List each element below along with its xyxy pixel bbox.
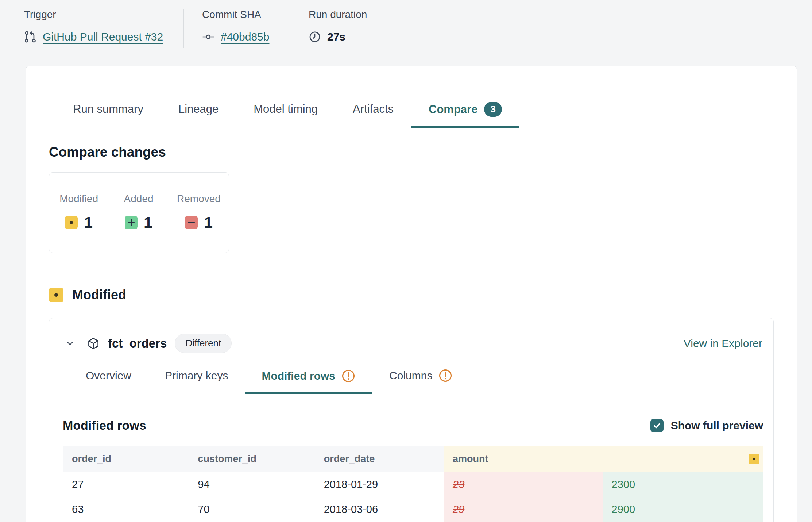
checkmark-icon	[653, 421, 661, 430]
tab-compare[interactable]: Compare 3	[411, 92, 519, 128]
package-cube-icon	[87, 337, 100, 350]
modified-dot-square-icon	[65, 216, 78, 229]
stat-modified: Modified 1	[57, 193, 100, 231]
run-tabs: Run summary Lineage Model timing Artifac…	[49, 66, 774, 128]
commit-link[interactable]: #40bd85b	[221, 31, 269, 43]
tab-columns[interactable]: Columns	[372, 359, 469, 394]
tab-overview[interactable]: Overview	[69, 359, 148, 394]
modified-section-title: Modified	[72, 287, 126, 303]
panel-title: Modified rows	[63, 418, 650, 433]
table-row: 27 94 2018-01-29 23 2300	[63, 472, 763, 497]
tab-modified-rows[interactable]: Modified rows	[245, 359, 372, 394]
status-badge: Different	[175, 334, 232, 353]
git-pull-request-icon	[24, 31, 36, 43]
commit-section: Commit SHA #40bd85b	[184, 9, 291, 53]
run-detail-card: Run summary Lineage Model timing Artifac…	[26, 66, 797, 522]
alert-circle-icon	[341, 369, 356, 383]
page-title: Compare changes	[49, 145, 774, 160]
trigger-label: Trigger	[24, 9, 183, 20]
cell-order-date: 2018-01-29	[315, 472, 444, 497]
column-header-order-id: order_id	[63, 446, 189, 472]
clock-icon	[309, 31, 321, 43]
compare-summary-card: Modified 1 Added 1 Removed 1	[49, 172, 229, 253]
table-header-row: order_id customer_id order_date amount	[63, 446, 763, 472]
stat-modified-value: 1	[84, 214, 93, 231]
cell-amount-new: 2900	[603, 497, 763, 522]
cell-amount-old: 29	[444, 497, 602, 522]
added-plus-square-icon	[125, 216, 138, 229]
compare-count-badge: 3	[484, 102, 502, 117]
column-header-amount: amount	[444, 446, 763, 472]
alert-circle-icon	[438, 368, 453, 383]
view-in-explorer-link[interactable]: View in Explorer	[684, 337, 762, 350]
commit-label: Commit SHA	[202, 9, 291, 20]
column-header-order-date: order_date	[315, 446, 444, 472]
model-diff-card: fct_orders Different View in Explorer Ov…	[49, 318, 774, 522]
stat-modified-label: Modified	[57, 193, 100, 205]
checkbox-checked[interactable]	[650, 419, 664, 432]
stat-removed-label: Removed	[177, 193, 221, 205]
stat-added-label: Added	[117, 193, 160, 205]
duration-section: Run duration 27s	[291, 9, 367, 53]
run-meta-header: Trigger GitHub Pull Request #32 Commit S…	[0, 0, 812, 53]
trigger-link[interactable]: GitHub Pull Request #32	[43, 31, 163, 43]
cell-amount-new: 2300	[603, 472, 763, 497]
stat-added-value: 1	[144, 214, 152, 231]
chevron-down-icon	[65, 339, 75, 348]
modified-dot-square-icon	[49, 288, 63, 302]
tab-run-summary[interactable]: Run summary	[55, 92, 161, 128]
model-tabs: Overview Primary keys Modified rows Colu…	[49, 359, 773, 394]
stat-removed-value: 1	[204, 214, 213, 231]
trigger-section: Trigger GitHub Pull Request #32	[24, 9, 183, 53]
cell-order-id: 63	[63, 497, 189, 522]
modified-rows-table: order_id customer_id order_date amount	[63, 446, 763, 522]
modified-section-header: Modified	[49, 287, 774, 303]
table-row: 63 70 2018-03-06 29 2900	[63, 497, 763, 522]
cell-order-id: 27	[63, 472, 189, 497]
removed-minus-square-icon	[185, 216, 198, 229]
cell-customer-id: 94	[189, 472, 314, 497]
cell-customer-id: 70	[189, 497, 314, 522]
show-full-preview-toggle[interactable]: Show full preview	[650, 419, 763, 432]
cell-amount-old: 23	[444, 472, 602, 497]
tab-model-timing[interactable]: Model timing	[236, 92, 335, 128]
duration-value: 27s	[327, 31, 345, 43]
duration-label: Run duration	[309, 9, 367, 20]
stat-removed: Removed 1	[177, 193, 221, 231]
cell-order-date: 2018-03-06	[315, 497, 444, 522]
modified-rows-panel: Modified rows Show full preview order_id…	[49, 418, 773, 522]
column-header-customer-id: customer_id	[189, 446, 314, 472]
stat-added: Added 1	[117, 193, 160, 231]
collapse-toggle-button[interactable]	[63, 336, 77, 351]
show-full-preview-label: Show full preview	[671, 419, 763, 432]
tab-artifacts[interactable]: Artifacts	[335, 92, 411, 128]
git-commit-icon	[202, 31, 214, 43]
modified-dot-square-icon	[749, 454, 759, 464]
model-card-header: fct_orders Different View in Explorer	[49, 318, 773, 353]
tab-primary-keys[interactable]: Primary keys	[148, 359, 245, 394]
model-name: fct_orders	[108, 337, 167, 350]
tab-lineage[interactable]: Lineage	[161, 92, 236, 128]
